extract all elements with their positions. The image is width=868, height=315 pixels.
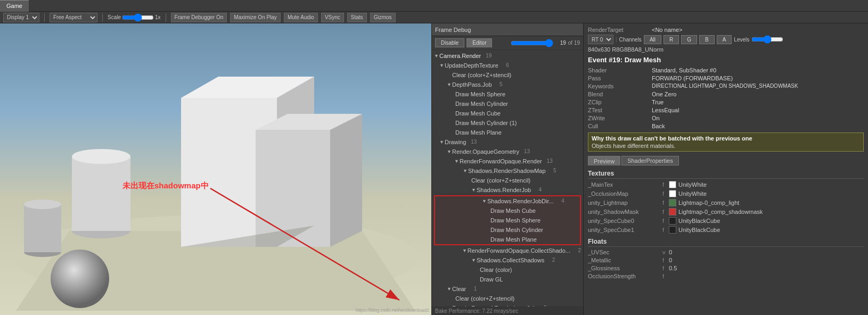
disable-btn[interactable]: Disable bbox=[435, 38, 464, 47]
float-v-occlusion: f bbox=[662, 273, 669, 279]
cull-value: Back bbox=[652, 123, 665, 129]
levels-slider[interactable] bbox=[751, 35, 783, 44]
tree-item-clear-1[interactable]: Clear (color+Z+stencil) bbox=[432, 70, 583, 80]
aspect-select[interactable]: Free Aspect bbox=[50, 13, 97, 22]
tex-row-2: unity_Lightmap f Lightmap-0_comp_light bbox=[588, 199, 864, 206]
all-btn[interactable]: All bbox=[644, 35, 661, 44]
zwrite-row: ZWrite On bbox=[588, 115, 864, 121]
tree-item-draw-cyl-1b[interactable]: Draw Mesh Cylinder (1) bbox=[432, 118, 583, 128]
mute-btn[interactable]: Mute Audio bbox=[284, 13, 318, 22]
scale-slider[interactable] bbox=[122, 13, 154, 22]
tree-item-box-cyl[interactable]: Draw Mesh Cylinder bbox=[435, 225, 580, 235]
scene-background: 未出现在shadowmap中 https://blog.csdn.net/wod… bbox=[0, 23, 431, 315]
arrow-depthpass: ▼ bbox=[447, 80, 452, 89]
pass-row: Pass FORWARD (FORWARDBASE) bbox=[588, 75, 864, 81]
float-val-uvsec: 0 bbox=[669, 249, 672, 255]
tree-item-shadows-cs[interactable]: ▼ Shadows.CollectShadows 2 bbox=[432, 255, 583, 265]
tex-label-2: unity_Lightmap bbox=[588, 200, 662, 206]
tex-preview-0 bbox=[669, 181, 676, 188]
scale-label: Scale bbox=[108, 14, 121, 20]
game-tab[interactable]: Game bbox=[0, 0, 29, 12]
b-btn[interactable]: B bbox=[699, 35, 715, 44]
tree-item-clear-2[interactable]: Clear (color+Z+stencil) bbox=[432, 176, 583, 185]
float-row-0: _UVSec v 0 bbox=[588, 249, 864, 255]
tree-item-draw-cyl-1[interactable]: Draw Mesh Cylinder bbox=[432, 99, 583, 109]
scene-svg: 未出现在shadowmap中 bbox=[0, 23, 431, 315]
g-btn[interactable]: G bbox=[681, 35, 697, 44]
ztest-value: LessEqual bbox=[652, 107, 679, 113]
zwrite-label: ZWrite bbox=[588, 115, 652, 121]
rt-divider: | bbox=[616, 37, 617, 43]
cull-row: Cull Back bbox=[588, 123, 864, 129]
game-viewport: 未出现在shadowmap中 https://blog.csdn.net/wod… bbox=[0, 23, 431, 315]
tree-item-update-depth[interactable]: ▼ UpdateDepthTexture 6 bbox=[432, 61, 583, 70]
preview-tab-btn[interactable]: Preview bbox=[588, 156, 620, 165]
float-v-glossiness: f bbox=[662, 265, 669, 271]
float-row-1: _Metallic f 0 bbox=[588, 257, 864, 263]
display-select[interactable]: Display 1 bbox=[3, 13, 39, 22]
zclip-label: ZClip bbox=[588, 99, 652, 105]
blend-label: Blend bbox=[588, 91, 652, 97]
fd-slider[interactable] bbox=[511, 39, 553, 47]
tex-name-2: Lightmap-0_comp_light bbox=[678, 200, 739, 206]
tex-label-4: unity_SpecCube0 bbox=[588, 218, 662, 224]
arrow-rfopaque-collect: ▼ bbox=[462, 246, 468, 255]
scale-value: 1x bbox=[155, 14, 161, 20]
frame-debugger-btn[interactable]: Frame Debugger On bbox=[171, 13, 227, 22]
event-title: Event #19: Draw Mesh bbox=[588, 56, 864, 64]
arrow-shadows-cs: ▼ bbox=[471, 256, 477, 264]
vsync-btn[interactable]: VSync bbox=[321, 13, 344, 22]
tree-item-box-plane[interactable]: Draw Mesh Plane bbox=[435, 235, 580, 244]
divider-2 bbox=[102, 13, 103, 22]
r-btn[interactable]: R bbox=[664, 35, 679, 44]
frame-debug-title: Frame Debug bbox=[435, 27, 471, 33]
tree-item-clear-color[interactable]: Clear (color) bbox=[432, 265, 583, 275]
warning-title: Why this draw call can't be batched with… bbox=[592, 135, 860, 142]
shader-props-tab-btn[interactable]: ShaderProperties bbox=[621, 156, 679, 165]
tex-name-3: Lightmap-0_comp_shadowmask bbox=[678, 209, 763, 215]
main-layout: 未出现在shadowmap中 https://blog.csdn.net/wod… bbox=[0, 23, 868, 315]
tree-container[interactable]: ▼ Camera.Render 19 ▼ UpdateDepthTexture … bbox=[432, 50, 583, 306]
float-v-metallic: f bbox=[662, 257, 669, 263]
fd-slider-container: 19 of 19 bbox=[511, 39, 580, 47]
gizmos-btn[interactable]: Gizmos bbox=[370, 13, 396, 22]
tree-item-draw-cube-1[interactable]: Draw Mesh Cube bbox=[432, 109, 583, 118]
tree-item-clear-stencil[interactable]: Clear (color+Z+stencil) bbox=[432, 294, 583, 303]
tex-f-4: f bbox=[662, 218, 669, 224]
tree-item-drawing[interactable]: ▼ Drawing 13 bbox=[432, 137, 583, 147]
tree-item-rfopaque-collect[interactable]: ▼ RenderForwardOpaque.CollectShado... 2 bbox=[432, 246, 583, 255]
tree-item-depthpass[interactable]: ▼ DepthPass.Job 5 bbox=[432, 80, 583, 89]
tree-item-shadows-rj[interactable]: ▼ Shadows.RenderJob 4 bbox=[432, 185, 583, 195]
blend-value: One Zero bbox=[652, 91, 676, 97]
pass-value: FORWARD (FORWARDBASE) bbox=[652, 75, 733, 81]
tree-item-shadows-rsm[interactable]: ▼ Shadows.RenderShadowMap 5 bbox=[432, 166, 583, 176]
a-btn[interactable]: A bbox=[717, 35, 732, 44]
stats-btn[interactable]: Stats bbox=[347, 13, 367, 22]
arrow-update-depth: ▼ bbox=[439, 61, 445, 70]
tree-item-clear-main[interactable]: ▼ Clear 1 bbox=[432, 284, 583, 294]
rt0-select[interactable]: RT 0 bbox=[588, 35, 613, 44]
cn-text: 未出现在shadowmap中 bbox=[122, 181, 209, 190]
tex-f-3: f bbox=[662, 209, 669, 215]
tree-item-draw-sphere-1[interactable]: Draw Mesh Sphere bbox=[432, 89, 583, 99]
tex-label-5: unity_SpecCube1 bbox=[588, 227, 662, 233]
tree-item-render-opaque[interactable]: ▼ Render.OpaqueGeometry 13 bbox=[432, 147, 583, 156]
editor-btn[interactable]: Editor bbox=[466, 38, 492, 47]
fd-slider-value: 19 bbox=[555, 40, 566, 46]
tree-item-draw-plane-1[interactable]: Draw Mesh Plane bbox=[432, 128, 583, 137]
tree-item-draw-gl[interactable]: Draw GL bbox=[432, 275, 583, 284]
tree-item-box-cube[interactable]: Draw Mesh Cube bbox=[435, 206, 580, 215]
warning-body: Objects have different materials. bbox=[592, 143, 860, 149]
tree-item-camera-render[interactable]: ▼ Camera.Render 19 bbox=[432, 51, 583, 61]
arrow-rfopaque: ▼ bbox=[454, 157, 460, 165]
tree-item-rfopaque-render[interactable]: ▼ RenderForwardOpaque.Render 13 bbox=[432, 156, 583, 166]
tex-row-1: _OcclusionMap f UnityWhite bbox=[588, 190, 864, 197]
frame-debug-panel: Frame Debug Disable Editor 19 of 19 ▼ C bbox=[432, 23, 584, 315]
tree-item-shadows-rjd[interactable]: ▼ Shadows.RenderJobDir... 4 bbox=[435, 196, 580, 206]
tex-preview-4 bbox=[669, 217, 676, 225]
watermark: https://blog.csdn.net/wodownload2 bbox=[356, 308, 429, 313]
maximize-btn[interactable]: Maximize On Play bbox=[230, 13, 281, 22]
float-val-metallic: 0 bbox=[669, 257, 672, 263]
tree-item-box-sphere[interactable]: Draw Mesh Sphere bbox=[435, 215, 580, 225]
tex-row-3: unity_ShadowMask f Lightmap-0_comp_shado… bbox=[588, 208, 864, 215]
